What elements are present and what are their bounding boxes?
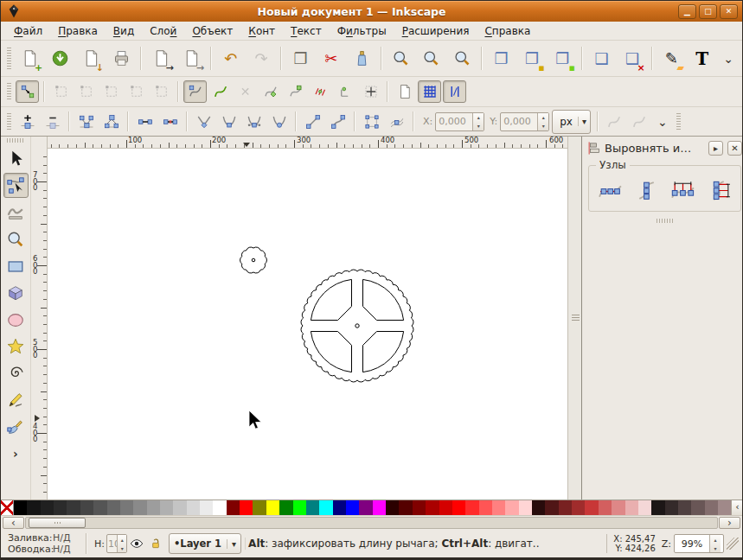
swatch-#f4d7d7[interactable] — [638, 500, 651, 515]
node-y-field-spinner[interactable]: ▴▾ — [537, 113, 548, 130]
object-to-path[interactable] — [360, 111, 383, 133]
join-with-segment[interactable] — [133, 111, 157, 133]
snap-bbox-edges[interactable] — [74, 80, 98, 103]
gear-large-cutout[interactable] — [311, 279, 351, 320]
canvas[interactable] — [48, 149, 567, 500]
gear-small-center-hole[interactable] — [252, 258, 255, 262]
commands-bar-overflow[interactable]: ⌄ — [719, 45, 738, 73]
tool-star[interactable] — [3, 334, 29, 359]
print-document[interactable] — [108, 45, 135, 73]
swatch-#695656[interactable] — [691, 500, 704, 515]
gear-large-cutout[interactable] — [363, 332, 404, 372]
edit-clip-path[interactable] — [603, 111, 626, 133]
swatch-#555555[interactable] — [93, 500, 106, 515]
scroll-left-button[interactable]: ‹ — [3, 517, 24, 529]
swatch-#ff0000[interactable] — [452, 500, 465, 515]
scroll-right-button[interactable]: › — [719, 517, 740, 529]
tool-ellipse[interactable] — [3, 307, 29, 332]
swatch-#550000[interactable] — [399, 500, 412, 515]
node-bar-overflow[interactable]: ⌄ — [653, 111, 672, 133]
swatch-#d7d7d7[interactable] — [187, 500, 200, 515]
swatch-#de8787[interactable] — [612, 500, 625, 515]
swatch-#ffff00[interactable] — [266, 500, 279, 515]
snap-paths[interactable] — [208, 80, 232, 103]
swatch-#a08989[interactable] — [718, 500, 731, 515]
snap-enable[interactable] — [16, 80, 39, 103]
stroke-to-path[interactable] — [385, 111, 408, 133]
swatch-#ff00ff[interactable] — [373, 500, 386, 515]
menu-Фильтры[interactable]: Фильтры — [331, 23, 393, 39]
vertical-ruler[interactable]: 700600500400 — [31, 137, 48, 500]
swatch-#d35f5f[interactable] — [599, 500, 612, 515]
toggle-grid[interactable] — [418, 80, 441, 103]
swatch-#787878[interactable] — [120, 500, 133, 515]
open-document[interactable] — [47, 45, 74, 73]
maximize-button[interactable]: □ — [699, 4, 717, 19]
swatch-#c83737[interactable] — [585, 500, 598, 515]
tool-tweak[interactable] — [3, 200, 29, 225]
swatch-#373737[interactable] — [67, 500, 80, 515]
palette-scroll-button[interactable]: ‹ — [731, 500, 742, 515]
cut[interactable]: ✂ — [317, 45, 344, 73]
swatch-#800080[interactable] — [359, 500, 372, 515]
edit-mask[interactable] — [628, 111, 651, 133]
menu-Текст[interactable]: Текст — [285, 23, 328, 39]
fill-stroke-dialog[interactable]: ✎▰ — [658, 45, 685, 73]
menu-Объект[interactable]: Объект — [186, 23, 239, 39]
align-nodes-horizontal[interactable] — [593, 176, 627, 205]
unlink-clone[interactable]: ❐▪ — [549, 45, 576, 73]
export-document[interactable]: → — [178, 45, 205, 73]
swatch-#aa0000[interactable] — [426, 500, 439, 515]
menu-Вид[interactable]: Вид — [107, 23, 140, 39]
copy[interactable]: ❐ — [287, 45, 314, 73]
swatch-#454545[interactable] — [80, 500, 93, 515]
layer-dropdown[interactable]: •Layer 1 ▾ — [169, 533, 241, 554]
swatch-#9d9d9d[interactable] — [147, 500, 160, 515]
snap-rotation-centers[interactable] — [359, 80, 382, 103]
node-symmetric[interactable] — [242, 111, 266, 133]
swatch-#008000[interactable] — [279, 500, 292, 515]
window-resize-grip[interactable] — [727, 538, 739, 550]
snap-page-border[interactable] — [393, 80, 416, 103]
break-nodes[interactable] — [99, 111, 123, 133]
tool-select[interactable] — [3, 146, 29, 171]
horizontal-ruler[interactable]: 100200300400500600 — [48, 137, 567, 149]
toolbox-expander[interactable]: › — [3, 441, 29, 466]
swatch-#c4c4c4[interactable] — [173, 500, 186, 515]
swatch-#280b0b[interactable] — [532, 500, 545, 515]
swatch-#836d6d[interactable] — [705, 500, 718, 515]
scrollbar-thumb[interactable] — [29, 518, 86, 528]
delete-segment[interactable] — [158, 111, 182, 133]
swatch-#0000ff[interactable] — [346, 500, 359, 515]
snap-bar-handle[interactable] — [7, 83, 11, 100]
insert-node[interactable] — [16, 111, 39, 133]
splitter-grip[interactable] — [572, 315, 580, 321]
snap-smooth-nodes[interactable] — [284, 80, 307, 103]
swatch-#808000[interactable] — [253, 500, 266, 515]
ungroup-objects[interactable]: ❑× — [618, 45, 645, 73]
panel-shade-button[interactable]: ▸ — [708, 141, 723, 156]
node-bar-end-handle[interactable] — [676, 113, 681, 130]
swatch-#00ff00[interactable] — [293, 500, 306, 515]
zoom-field[interactable]: 99% ▴▾ — [674, 534, 724, 553]
menu-Конт[interactable]: Конт — [242, 23, 281, 39]
node-corner[interactable] — [192, 111, 215, 133]
swatch-#151515[interactable] — [27, 500, 40, 515]
swatch-#ff2a2a[interactable] — [465, 500, 478, 515]
zoom-drawing[interactable] — [418, 45, 445, 73]
swatch-#000080[interactable] — [333, 500, 346, 515]
duplicate[interactable]: ❐ — [488, 45, 515, 73]
node-smooth[interactable] — [217, 111, 240, 133]
toolbox-handle[interactable] — [7, 138, 24, 143]
new-document[interactable]: + — [16, 45, 43, 73]
delete-node[interactable] — [41, 111, 64, 133]
swatch-#800000[interactable] — [227, 500, 240, 515]
node-x-field[interactable]: 0,000▴▾ — [435, 112, 484, 131]
import-document[interactable]: → — [147, 45, 174, 73]
swatch-#2b0000[interactable] — [386, 500, 399, 515]
node-auto[interactable] — [267, 111, 291, 133]
swatch-#8a8a8a[interactable] — [133, 500, 146, 515]
swatch-#1c1616[interactable] — [651, 500, 664, 515]
node-bar-handle[interactable] — [7, 113, 11, 130]
minimize-button[interactable]: ▁ — [678, 4, 696, 19]
